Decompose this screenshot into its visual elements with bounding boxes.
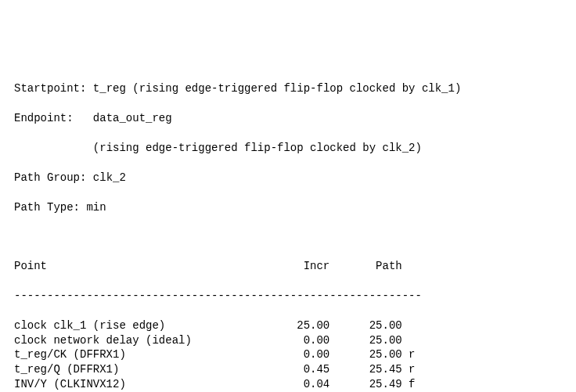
endpoint-label: Endpoint: <box>14 112 74 124</box>
endpoint-detail-indent <box>14 142 93 154</box>
arrival-block: clock clk_1 (rise edge) 25.00 25.00clock… <box>14 318 562 392</box>
dash-line: ----------------------------------------… <box>14 289 562 304</box>
startpoint-label: Startpoint: <box>14 82 86 95</box>
path-group-line: Path Group: clk_2 <box>14 171 562 185</box>
path-type-value: min <box>86 201 106 214</box>
endpoint-detail-line: (rising edge-triggered flip-flop clocked… <box>14 141 562 156</box>
endpoint-detail: (rising edge-triggered flip-flop clocked… <box>93 142 422 154</box>
path-type-line: Path Type: min <box>14 200 562 215</box>
arrival-row: clock clk_1 (rise edge) 25.00 25.00 <box>14 318 562 333</box>
endpoint-value: data_out_reg <box>93 112 172 124</box>
column-header-line: Point Incr Path <box>14 259 562 274</box>
arrival-row: t_reg/Q (DFFRX1) 0.45 25.45 r <box>14 362 562 377</box>
endpoint-line: Endpoint: data_out_reg <box>14 111 562 126</box>
path-type-label: Path Type: <box>14 201 80 214</box>
blank-line <box>14 229 562 244</box>
startpoint-line: Startpoint: t_reg (rising edge-triggered… <box>14 81 562 96</box>
path-group-label: Path Group: <box>14 171 86 184</box>
timing-report: Startpoint: t_reg (rising edge-triggered… <box>14 67 562 392</box>
startpoint-value: t_reg (rising edge-triggered flip-flop c… <box>93 82 461 95</box>
arrival-row: t_reg/CK (DFFRX1) 0.00 25.00 r <box>14 347 562 362</box>
arrival-row: INV/Y (CLKINVX12) 0.04 25.49 f <box>14 377 562 392</box>
path-group-value: clk_2 <box>93 171 126 184</box>
arrival-row: clock network delay (ideal) 0.00 25.00 <box>14 333 562 348</box>
